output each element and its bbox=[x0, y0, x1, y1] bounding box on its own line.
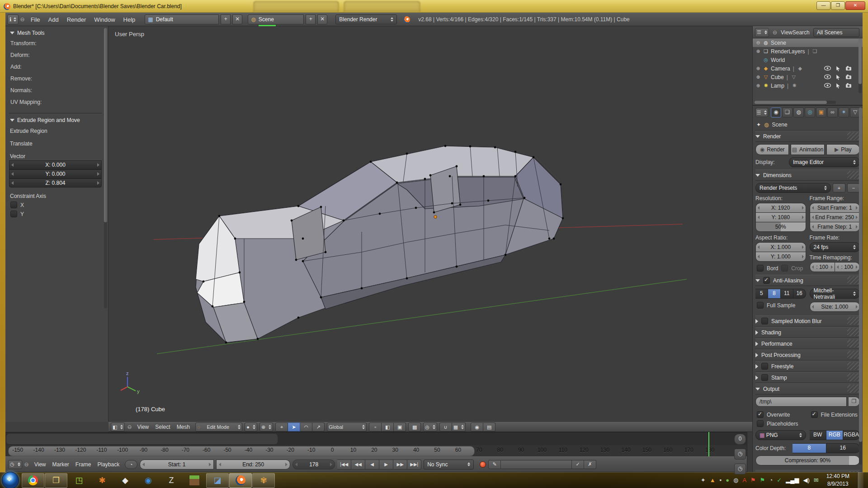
remap-old-field[interactable]: : 100 bbox=[810, 262, 835, 272]
proportional-edit-selector[interactable]: ◎ bbox=[423, 422, 437, 432]
panel-drag-hatch[interactable] bbox=[847, 328, 859, 336]
window-titlebar[interactable]: Blender* [C:\Users\Dan\Documents\Blender… bbox=[0, 0, 868, 13]
panel-drag-hatch[interactable] bbox=[847, 132, 859, 140]
expand-toggle-icon[interactable]: ⊕ bbox=[755, 66, 761, 71]
edge-select-mode-icon[interactable]: ◧ bbox=[382, 422, 394, 432]
keying-set-icon[interactable]: ✎ bbox=[488, 460, 501, 469]
outliner-item-label[interactable]: Lamp bbox=[771, 83, 784, 89]
properties-tab[interactable]: ∞ bbox=[827, 108, 838, 117]
collapse-menus-icon[interactable]: ⊖ bbox=[24, 461, 29, 468]
renderability-camera-icon[interactable] bbox=[845, 74, 852, 80]
remove-preset-button[interactable]: − bbox=[847, 183, 860, 192]
border-checkbox[interactable] bbox=[757, 265, 764, 272]
tray-icon[interactable]: ◍ bbox=[733, 477, 738, 483]
display-filter-selector[interactable]: All Scenes bbox=[813, 28, 859, 37]
outliner-item-label[interactable]: RenderLayers bbox=[771, 48, 805, 55]
selectability-cursor-icon[interactable] bbox=[835, 83, 841, 89]
collapsed-section-header[interactable]: Post Processing bbox=[755, 349, 860, 361]
aspect-y-field[interactable]: Y: 1.000 bbox=[755, 252, 806, 262]
delete-layout-button[interactable]: ✕ bbox=[232, 14, 242, 24]
taskbar-app-icon[interactable] bbox=[183, 473, 206, 488]
visibility-eye-icon[interactable] bbox=[824, 74, 831, 80]
screen-layout-selector[interactable]: ▦Default bbox=[145, 14, 219, 24]
editor-type-button[interactable]: ℹ bbox=[7, 14, 19, 24]
vector-number-field[interactable]: Z: 0.804 bbox=[9, 178, 102, 188]
menu-item[interactable]: Add bbox=[44, 15, 63, 24]
depth-option[interactable]: 16 bbox=[826, 443, 860, 453]
browse-folder-icon[interactable]: ❐ bbox=[849, 397, 860, 407]
orientation-selector[interactable]: Global bbox=[327, 422, 367, 432]
tray-icon[interactable]: ⚑ bbox=[760, 477, 765, 483]
outliner-menu-item[interactable]: Search bbox=[793, 29, 810, 36]
collapsed-section-header[interactable]: Shading bbox=[755, 327, 860, 338]
panel-drag-hatch[interactable] bbox=[847, 317, 859, 325]
delete-scene-button[interactable]: ✕ bbox=[317, 14, 327, 24]
renderability-camera-icon[interactable] bbox=[845, 66, 852, 71]
outliner-item-label[interactable]: World bbox=[771, 57, 785, 63]
mesh-tools-panel-header[interactable]: Mesh Tools bbox=[10, 30, 102, 36]
outliner-row[interactable]: ⊕ ✺ Lamp | ✺ bbox=[753, 81, 863, 90]
expand-toggle-icon[interactable]: ⊕ bbox=[755, 75, 761, 80]
car-mesh-canvas[interactable]: z y bbox=[108, 26, 752, 422]
start-button[interactable] bbox=[2, 472, 19, 488]
sync-mode-selector[interactable]: No Sync bbox=[424, 460, 474, 469]
timeline-editor-icon[interactable]: ◷ bbox=[734, 449, 746, 460]
visibility-eye-icon[interactable] bbox=[824, 66, 831, 71]
animation-button[interactable]: ▤Animation bbox=[791, 144, 824, 155]
playback-button[interactable]: ▶ bbox=[379, 460, 393, 469]
tray-icon[interactable]: ✦ bbox=[701, 477, 706, 483]
collapse-menus-icon[interactable]: ⊖ bbox=[20, 16, 25, 23]
increment-arrow-icon[interactable] bbox=[97, 181, 99, 185]
outliner-row[interactable]: ⊕ ▽ Cube | ▽ bbox=[753, 73, 863, 81]
taskbar-app-icon[interactable]: ✱ bbox=[91, 473, 113, 488]
render-button[interactable]: ◉Render bbox=[755, 144, 789, 155]
resolution-percentage-slider[interactable]: 50% bbox=[755, 222, 806, 232]
face-select-mode-icon[interactable]: ▣ bbox=[394, 422, 406, 432]
start-frame-field[interactable]: Start: 1 bbox=[140, 460, 214, 469]
properties-tab[interactable]: ◍ bbox=[793, 108, 804, 117]
pin-icon[interactable]: ✦ bbox=[756, 122, 761, 128]
tray-icon[interactable]: ▪ bbox=[720, 477, 722, 483]
display-mode-selector[interactable]: Image Editor bbox=[789, 157, 860, 167]
menu-item[interactable]: Help bbox=[119, 15, 140, 24]
expand-toggle-icon[interactable]: ⊖ bbox=[755, 40, 761, 45]
visibility-eye-icon[interactable] bbox=[824, 83, 831, 88]
render-animation-icon[interactable]: ▤ bbox=[483, 422, 495, 432]
remap-new-field[interactable]: : 100 bbox=[835, 262, 860, 272]
collapsed-section-header[interactable]: Sampled Motion Blur bbox=[755, 315, 860, 327]
panel-drag-hatch[interactable] bbox=[847, 373, 859, 381]
play-button[interactable]: ▶Play bbox=[826, 144, 860, 155]
properties-tab[interactable]: ▣ bbox=[816, 108, 826, 117]
outliner-menu-item[interactable]: View bbox=[781, 29, 793, 36]
axis-y-checkbox[interactable] bbox=[10, 211, 17, 217]
render-engine-selector[interactable]: Blender Render bbox=[335, 14, 397, 24]
taskbar-app-icon[interactable]: ◪ bbox=[206, 473, 229, 488]
taskbar-app-icon[interactable]: Z bbox=[160, 473, 183, 488]
viewport-3d[interactable]: z y User Persp (178) Cube bbox=[108, 26, 752, 422]
overwrite-checkbox[interactable] bbox=[757, 411, 764, 418]
current-frame-marker[interactable] bbox=[708, 432, 709, 456]
render-presets-selector[interactable]: Render Presets bbox=[755, 183, 831, 193]
tray-icon[interactable]: ⚑ bbox=[750, 477, 756, 483]
antialiasing-checkbox[interactable] bbox=[763, 277, 770, 284]
decrement-arrow-icon[interactable] bbox=[11, 181, 14, 185]
output-path-field[interactable]: /tmp\ bbox=[755, 397, 847, 407]
properties-tab[interactable]: ✶ bbox=[839, 108, 849, 117]
channel-option[interactable]: BW bbox=[810, 430, 826, 440]
timeline-canvas[interactable] bbox=[5, 432, 747, 446]
timeline-menu-item[interactable]: View bbox=[31, 460, 49, 469]
playback-button[interactable]: ◀ bbox=[365, 460, 379, 469]
start-frame-field[interactable]: Start Frame: 1 bbox=[810, 203, 860, 212]
delete-keyframe-icon[interactable]: ✗ bbox=[584, 460, 596, 469]
add-layout-button[interactable]: + bbox=[221, 14, 231, 24]
vector-number-field[interactable]: X: 0.000 bbox=[9, 160, 102, 169]
render-opengl-icon[interactable]: ◉ bbox=[471, 422, 483, 432]
resolution-y-field[interactable]: Y: 1080 bbox=[755, 212, 806, 222]
full-sample-checkbox[interactable] bbox=[757, 302, 764, 309]
expand-toggle-icon[interactable]: ⊕ bbox=[755, 83, 761, 88]
tray-icon[interactable]: ✉ bbox=[814, 477, 819, 483]
pivot-selector[interactable]: ⊕ bbox=[259, 422, 273, 432]
resolution-x-field[interactable]: X: 1920 bbox=[755, 203, 806, 212]
tray-icon[interactable]: ▂▄▆ bbox=[786, 477, 799, 483]
keying-set-field[interactable] bbox=[501, 460, 572, 469]
